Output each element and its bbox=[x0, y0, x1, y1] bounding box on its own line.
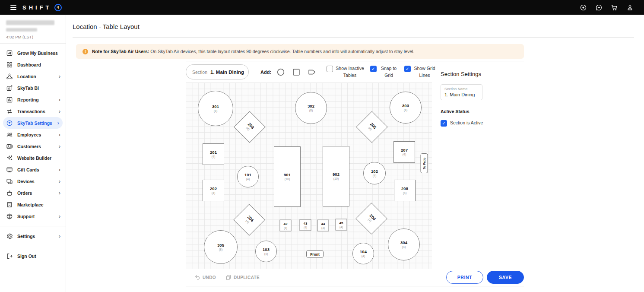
sidebar-item-gift-cards[interactable]: Gift Cards› bbox=[0, 164, 66, 175]
gift-card-icon bbox=[6, 166, 13, 173]
sidebar-item-label: Reporting bbox=[17, 97, 54, 102]
table-101[interactable]: 101(4) bbox=[237, 166, 259, 187]
checkbox-checked-icon[interactable]: ✓ bbox=[404, 66, 411, 72]
print-button[interactable]: PRINT bbox=[446, 271, 483, 284]
save-button[interactable]: SAVE bbox=[487, 271, 524, 284]
section-name-value: 1. Main Dining bbox=[444, 92, 479, 97]
section-settings-title: Section Settings bbox=[441, 71, 524, 77]
floor-label-front[interactable]: Front bbox=[306, 251, 324, 258]
table-206[interactable]: 206(4) bbox=[355, 203, 387, 235]
table-103[interactable]: 103(4) bbox=[255, 241, 277, 262]
sidebar-item-label: Transactions bbox=[17, 109, 54, 114]
table-202[interactable]: 202(4) bbox=[203, 180, 224, 201]
sidebar-item-customers[interactable]: Customers› bbox=[0, 140, 66, 152]
chevron-right-icon: › bbox=[57, 120, 59, 126]
toolbar-checkboxes: Show Inactive Tables✓Snap to Grid✓Show G… bbox=[327, 65, 436, 79]
play-circle-icon[interactable] bbox=[580, 4, 587, 11]
table-207[interactable]: 207(4) bbox=[393, 141, 415, 163]
checkbox-checked-icon[interactable]: ✓ bbox=[441, 120, 447, 127]
table-label: 901(10) bbox=[284, 173, 291, 181]
table-label: 202(4) bbox=[210, 187, 217, 195]
add-circle-table-button[interactable] bbox=[276, 67, 286, 77]
section-active-label: Section is Active bbox=[450, 120, 483, 127]
sidebar-item-grow-my-business[interactable]: Grow My Business bbox=[0, 47, 66, 59]
checkbox-show-inactive-tables[interactable]: Show Inactive Tables bbox=[327, 65, 364, 79]
table-902[interactable]: 902(10) bbox=[323, 146, 349, 206]
table-304[interactable]: 304(4) bbox=[388, 229, 420, 260]
sidebar-item-devices[interactable]: Devices› bbox=[0, 175, 66, 187]
checkbox-show-grid-lines[interactable]: ✓Show Grid Lines bbox=[404, 65, 436, 79]
brand-text: SHIFT bbox=[22, 4, 52, 11]
add-square-table-button[interactable] bbox=[291, 67, 301, 77]
sidebar-item-transactions[interactable]: Transactions› bbox=[0, 105, 66, 117]
globe-icon bbox=[6, 213, 13, 220]
table-303[interactable]: 303(4) bbox=[390, 92, 422, 124]
table-203[interactable]: 203(4) bbox=[234, 111, 266, 143]
sidebar-item-skytab-settings[interactable]: SkyTab Settings› bbox=[3, 117, 63, 129]
checkbox-unchecked-icon[interactable] bbox=[327, 66, 333, 72]
devices-icon bbox=[6, 178, 13, 185]
hamburger-menu-icon[interactable] bbox=[10, 5, 16, 10]
sidebar-item-sign-out[interactable]: Sign Out bbox=[0, 250, 66, 262]
title-row: Location - Table Layout bbox=[73, 15, 634, 38]
sidebar-item-label: Grow My Business bbox=[17, 51, 60, 56]
sidebar-item-dashboard[interactable]: Dashboard bbox=[0, 59, 66, 70]
table-301[interactable]: 301(8) bbox=[198, 91, 233, 126]
gear-icon bbox=[6, 233, 13, 240]
cart-icon[interactable] bbox=[611, 4, 618, 11]
section-dropdown[interactable]: Section 1. Main Dining bbox=[186, 64, 249, 79]
table-label: 302(8) bbox=[308, 104, 314, 112]
person-icon[interactable] bbox=[626, 4, 634, 11]
table-42[interactable]: 42(4) bbox=[280, 220, 292, 232]
table-102[interactable]: 102(4) bbox=[363, 162, 386, 184]
sidebar-item-settings[interactable]: Settings› bbox=[0, 230, 66, 242]
table-208[interactable]: 208(4) bbox=[394, 180, 416, 201]
sidebar-item-employees[interactable]: Employees› bbox=[0, 129, 66, 140]
sidebar-item-label: Website Builder bbox=[17, 156, 60, 161]
table-44[interactable]: 44(4) bbox=[317, 220, 329, 232]
sidebar: 4:02 PM (EST) Grow My BusinessDashboardL… bbox=[0, 15, 66, 292]
table-205[interactable]: 205(4) bbox=[356, 111, 388, 143]
page-title: Location - Table Layout bbox=[73, 23, 634, 30]
table-45[interactable]: 45(4) bbox=[336, 219, 347, 231]
table-label: 203(4) bbox=[244, 122, 255, 132]
section-active-checkbox[interactable]: ✓ Section is Active bbox=[441, 120, 524, 127]
divider bbox=[0, 226, 66, 226]
table-43[interactable]: 43(4) bbox=[300, 219, 311, 231]
chevron-right-icon: › bbox=[59, 178, 60, 184]
chat-icon[interactable] bbox=[595, 4, 603, 11]
table-label: 201(4) bbox=[210, 150, 217, 159]
section-settings-panel: Section Settings Section Name 1. Main Di… bbox=[432, 61, 524, 269]
active-status-label: Active Status bbox=[441, 109, 524, 114]
sidebar-item-website-builder[interactable]: Website Builder bbox=[0, 152, 66, 164]
redacted-business-address bbox=[6, 28, 37, 32]
table-label: 204(4) bbox=[244, 215, 254, 225]
section-name-input[interactable]: Section Name 1. Main Dining bbox=[441, 84, 482, 100]
table-204[interactable]: 204(4) bbox=[233, 204, 265, 236]
add-label: Add: bbox=[260, 70, 271, 75]
table-305[interactable]: 305(8) bbox=[204, 230, 238, 264]
skytab-air-note-banner: ! Note for SkyTab Air Users: On SkyTab A… bbox=[76, 44, 524, 59]
sidebar-item-skytab-bi[interactable]: SkyTab BI bbox=[0, 82, 66, 94]
add-booth-table-button[interactable] bbox=[307, 67, 317, 77]
sidebar-item-marketplace[interactable]: Marketplace bbox=[0, 199, 66, 210]
sidebar-item-reporting[interactable]: Reporting› bbox=[0, 94, 66, 105]
table-layout-editor: Section 1. Main Dining Add: Show Inactiv… bbox=[186, 61, 524, 286]
table-104[interactable]: 104(4) bbox=[352, 243, 374, 264]
undo-button[interactable]: UNDO bbox=[194, 274, 216, 280]
sidebar-item-location[interactable]: Location› bbox=[0, 70, 66, 82]
duplicate-button[interactable]: DUPLICATE bbox=[225, 274, 260, 280]
table-901[interactable]: 901(10) bbox=[274, 146, 301, 207]
sidebar-item-support[interactable]: Support› bbox=[0, 210, 66, 222]
table-302[interactable]: 302(8) bbox=[295, 92, 327, 124]
table-201[interactable]: 201(4) bbox=[203, 143, 224, 165]
chevron-right-icon: › bbox=[59, 167, 60, 172]
sidebar-item-label: Customers bbox=[17, 144, 54, 149]
checkbox-snap-to-grid[interactable]: ✓Snap to Grid bbox=[370, 65, 398, 79]
floor-plan-canvas[interactable]: 301(8)302(8)303(4)203(4)205(4)201(4)207(… bbox=[186, 83, 432, 269]
arrows-icon bbox=[6, 108, 13, 115]
floor-label-to-patio[interactable]: To Patio bbox=[421, 153, 428, 173]
sidebar-item-label: Employees bbox=[17, 132, 54, 137]
sidebar-item-orders[interactable]: Orders› bbox=[0, 187, 66, 199]
checkbox-checked-icon[interactable]: ✓ bbox=[370, 66, 377, 72]
